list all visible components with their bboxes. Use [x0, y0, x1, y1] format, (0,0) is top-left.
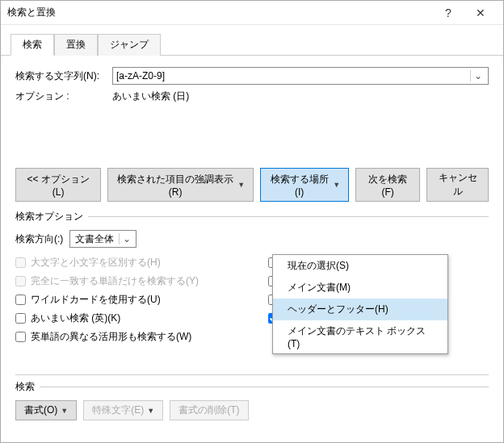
- search-direction-label: 検索方向(:): [15, 232, 63, 246]
- search-direction-value: 文書全体: [75, 232, 114, 246]
- search-direction-row: 検索方向(:) 文書全体 ⌄: [15, 230, 489, 248]
- find-what-value: [a-zA-Z0-9]: [116, 70, 165, 81]
- main-button-row: << オプション(L) 検索された項目の強調表示(R) ▼ 検索する場所(I) …: [15, 168, 489, 202]
- special-button: 特殊文字(E)▼: [83, 400, 163, 420]
- reading-highlight-label: 検索された項目の強調表示(R): [116, 173, 234, 198]
- tab-jump[interactable]: ジャンプ: [98, 34, 161, 56]
- reading-highlight-button[interactable]: 検索された項目の強調表示(R) ▼: [107, 168, 254, 202]
- find-in-button[interactable]: 検索する場所(I) ▼: [260, 168, 349, 202]
- titlebar: 検索と置換 ? ✕: [1, 1, 503, 25]
- dropdown-text-boxes[interactable]: メイン文書のテキスト ボックス(T): [273, 320, 447, 353]
- word-forms-checkbox[interactable]: 英単語の異なる活用形も検索する(W): [15, 330, 236, 344]
- find-in-label: 検索する場所(I): [269, 173, 330, 198]
- tab-find[interactable]: 検索: [10, 34, 54, 56]
- find-format-title: 検索: [15, 380, 40, 394]
- find-what-input[interactable]: [a-zA-Z0-9] ⌄: [112, 67, 489, 85]
- find-replace-dialog: 検索と置換 ? ✕ 検索 置換 ジャンプ 検索する文字列(N): [a-zA-Z…: [0, 0, 504, 443]
- dropdown-main-document[interactable]: メイン文書(M): [273, 277, 447, 299]
- find-what-label: 検索する文字列(N):: [15, 69, 112, 83]
- chevron-down-icon: ▼: [61, 407, 68, 415]
- options-left-column: 大文字と小文字を区別する(H) 完全に一致する単語だけを検索する(Y) ワイルド…: [15, 256, 236, 352]
- find-what-row: 検索する文字列(N): [a-zA-Z0-9] ⌄: [15, 67, 489, 85]
- bottom-section: 検索 書式(O)▼ 特殊文字(E)▼ 書式の削除(T): [15, 374, 489, 420]
- less-options-button[interactable]: << オプション(L): [15, 168, 101, 202]
- options-display-value: あいまい検索 (日): [112, 90, 189, 103]
- whole-word-checkbox: 完全に一致する単語だけを検索する(Y): [15, 274, 236, 288]
- chevron-down-icon: ▼: [147, 407, 154, 415]
- sounds-like-checkbox[interactable]: あいまい検索 (英)(K): [15, 311, 236, 325]
- dropdown-current-selection[interactable]: 現在の選択(S): [273, 255, 447, 277]
- tab-strip: 検索 置換 ジャンプ: [1, 25, 503, 56]
- no-formatting-button: 書式の削除(T): [170, 400, 248, 420]
- chevron-down-icon: ⌄: [119, 233, 134, 244]
- options-display-label: オプション :: [15, 90, 112, 103]
- dialog-title: 検索と置換: [7, 6, 432, 19]
- format-button-row: 書式(O)▼ 特殊文字(E)▼ 書式の削除(T): [15, 400, 489, 420]
- wildcards-checkbox[interactable]: ワイルドカードを使用する(U): [15, 293, 236, 307]
- search-options-title: 検索オプション: [15, 210, 88, 224]
- chevron-down-icon: ▼: [333, 181, 340, 189]
- format-button[interactable]: 書式(O)▼: [15, 400, 77, 420]
- find-format-group: 検索: [15, 380, 489, 394]
- find-in-dropdown: 現在の選択(S) メイン文書(M) ヘッダーとフッター(H) メイン文書のテキス…: [272, 254, 448, 354]
- options-display-row: オプション : あいまい検索 (日): [15, 90, 489, 103]
- dialog-body: 検索する文字列(N): [a-zA-Z0-9] ⌄ オプション : あいまい検索…: [1, 56, 503, 442]
- search-options-group: 検索オプション: [15, 210, 489, 224]
- cancel-button[interactable]: キャンセル: [426, 168, 489, 202]
- tab-replace[interactable]: 置換: [54, 34, 98, 56]
- chevron-down-icon[interactable]: ⌄: [470, 70, 485, 81]
- close-button[interactable]: ✕: [464, 6, 497, 19]
- help-button[interactable]: ?: [432, 6, 464, 19]
- search-direction-select[interactable]: 文書全体 ⌄: [69, 230, 136, 248]
- chevron-down-icon: ▼: [237, 181, 245, 189]
- dropdown-headers-footers[interactable]: ヘッダーとフッター(H): [273, 299, 447, 320]
- match-case-checkbox: 大文字と小文字を区別する(H): [15, 256, 236, 270]
- find-next-button[interactable]: 次を検索(F): [355, 168, 420, 202]
